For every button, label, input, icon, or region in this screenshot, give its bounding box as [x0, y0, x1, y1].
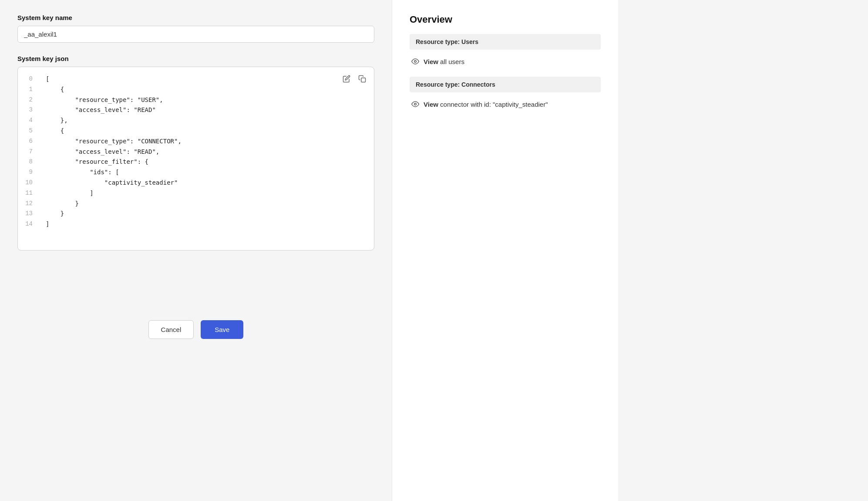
line-number: 10 [24, 178, 33, 188]
resource-item-text: View all users [424, 58, 464, 65]
resource-sections: Resource type: Users View all usersResou… [410, 34, 601, 111]
resource-item-1-0[interactable]: View connector with id: "captivity_stead… [410, 98, 601, 111]
resource-section-1: Resource type: Connectors View connector… [410, 77, 601, 111]
main-layout: System key name System key json [0, 0, 868, 501]
line-number: 5 [24, 126, 33, 136]
footer-buttons: Cancel Save [17, 320, 374, 356]
line-number: 14 [24, 219, 33, 230]
json-editor: 01234567891011121314 [ { "resource_type"… [18, 67, 374, 250]
copy-icon-button[interactable] [357, 73, 368, 85]
copy-icon [358, 75, 366, 83]
svg-point-2 [414, 103, 417, 105]
line-numbers: 01234567891011121314 [18, 74, 39, 243]
cancel-button[interactable]: Cancel [148, 320, 194, 339]
line-number: 12 [24, 199, 33, 209]
resource-type-header-0: Resource type: Users [410, 34, 601, 50]
line-number: 9 [24, 167, 33, 178]
line-number: 0 [24, 74, 33, 85]
svg-point-1 [414, 61, 417, 63]
line-number: 13 [24, 209, 33, 219]
code-content[interactable]: [ { "resource_type": "USER", "access_lev… [39, 74, 374, 243]
line-number: 4 [24, 115, 33, 126]
pencil-icon [343, 75, 350, 83]
line-number: 2 [24, 95, 33, 105]
left-panel: System key name System key json [0, 0, 392, 501]
resource-item-text: View connector with id: "captivity_stead… [424, 101, 548, 108]
eye-icon [411, 100, 419, 108]
line-number: 6 [24, 136, 33, 147]
save-button[interactable]: Save [201, 320, 243, 339]
svg-rect-0 [361, 78, 366, 82]
line-number: 3 [24, 105, 33, 115]
edit-icon-button[interactable] [341, 73, 352, 85]
json-editor-container: 01234567891011121314 [ { "resource_type"… [17, 67, 374, 251]
system-key-name-label: System key name [17, 14, 374, 21]
system-key-json-label: System key json [17, 55, 374, 62]
resource-section-0: Resource type: Users View all users [410, 34, 601, 68]
resource-type-header-1: Resource type: Connectors [410, 77, 601, 92]
line-number: 1 [24, 85, 33, 95]
line-number: 8 [24, 157, 33, 167]
overview-title: Overview [410, 14, 601, 25]
resource-item-0-0[interactable]: View all users [410, 55, 601, 68]
eye-icon [411, 58, 419, 65]
system-key-name-input[interactable] [17, 26, 374, 43]
line-number: 11 [24, 188, 33, 199]
line-number: 7 [24, 147, 33, 157]
right-panel: Overview Resource type: Users View all u… [392, 0, 618, 501]
json-editor-toolbar [341, 73, 368, 85]
